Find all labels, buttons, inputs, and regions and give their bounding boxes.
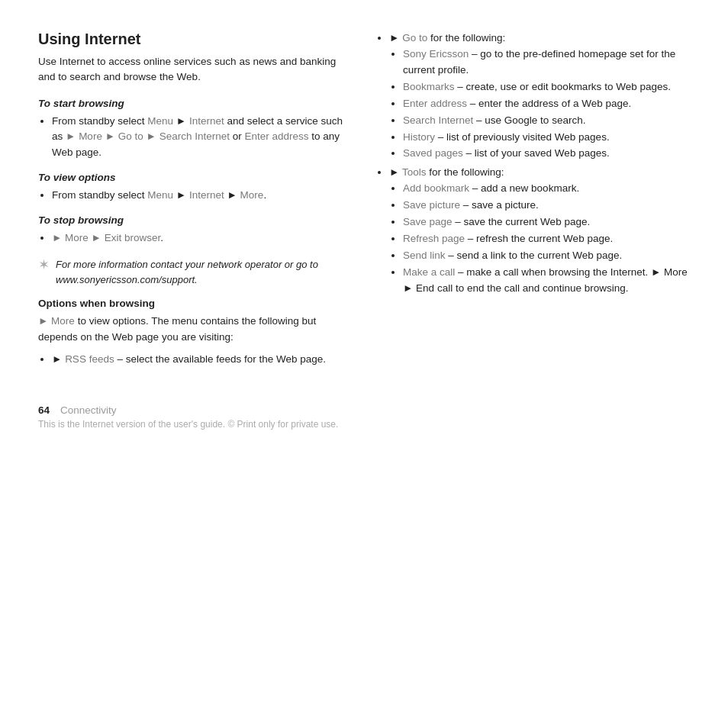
link-save-picture: Save picture [403, 199, 460, 211]
list-item: From standby select Menu ► Internet ► Mo… [52, 188, 353, 204]
list-item-tools: ► Tools for the following: Add bookmark … [389, 165, 690, 296]
link-sony: Sony Ericsson [403, 48, 469, 60]
text-refresh: – refresh the current Web page. [465, 233, 613, 244]
arrow3: ► [224, 189, 240, 201]
link-goto: ► Go to ► [102, 130, 159, 142]
inner-item-send-link: Send link – send a link to the current W… [403, 248, 690, 264]
link-send-link: Send link [403, 250, 446, 261]
intro-text: Use Internet to access online services s… [38, 54, 353, 85]
footer-disclaimer: This is the Internet version of the user… [38, 419, 690, 430]
link-more3: ► More [38, 315, 75, 327]
text-bookmarks: – create, use or edit bookmarks to Web p… [455, 81, 671, 92]
text-normal: From standby select [52, 189, 147, 201]
inner-item-save-picture: Save picture – save a picture. [403, 198, 690, 214]
link-menu2: Menu [147, 189, 173, 201]
footer-section: Connectivity [60, 404, 117, 416]
stop-browsing-list: ► More ► Exit browser. [52, 230, 353, 246]
footer-row: 64 Connectivity [38, 404, 690, 416]
link-saved: Saved pages [403, 147, 463, 159]
link-more-exit: ► More ► [52, 232, 105, 243]
link-goto-right: Go to [402, 32, 427, 43]
inner-item-make-call: Make a call – make a call when browsing … [403, 265, 690, 297]
text-send-link: – send a link to the current Web page. [446, 250, 623, 261]
text-saved: – list of your saved Web pages. [463, 147, 610, 159]
page-layout: Using Internet Use Internet to access on… [38, 31, 690, 374]
start-browsing-list: From standby select Menu ► Internet and … [52, 114, 353, 162]
footer: 64 Connectivity This is the Internet ver… [38, 404, 690, 430]
link-history: History [403, 131, 435, 143]
text-goto: for the following: [427, 32, 505, 43]
link-rss: RSS feeds [65, 353, 114, 365]
text-tools: for the following: [426, 166, 504, 178]
tip-box: ✶ For more information contact your netw… [38, 257, 353, 287]
left-column: Using Internet Use Internet to access on… [38, 31, 353, 374]
options-heading: Options when browsing [38, 298, 353, 309]
link-search-internet: Search Internet [159, 130, 230, 142]
list-item-rss: ► RSS feeds – select the available feeds… [52, 352, 353, 368]
inner-item-bookmarks: Bookmarks – create, use or edit bookmark… [403, 79, 690, 95]
inner-item-add-bookmark: Add bookmark – add a new bookmark. [403, 181, 690, 197]
arrow-tools: ► [389, 166, 402, 178]
page-container: Using Internet Use Internet to access on… [38, 31, 690, 430]
view-options-list: From standby select Menu ► Internet ► Mo… [52, 188, 353, 204]
link-tools: Tools [402, 166, 427, 178]
text-add-bookmark: – add a new bookmark. [469, 182, 579, 194]
text-rss: – select the available feeds for the Web… [114, 353, 326, 365]
text-search: – use Google to search. [473, 114, 585, 126]
link-enter-address2: Enter address [403, 98, 467, 109]
link-search2: Search Internet [403, 114, 473, 126]
tools-inner-list: Add bookmark – add a new bookmark. Save … [403, 181, 690, 296]
arrow-goto: ► [389, 32, 402, 43]
list-item: From standby select Menu ► Internet and … [52, 114, 353, 162]
arrow: ► [173, 115, 189, 127]
text-period: . [263, 189, 266, 201]
link-internet: Internet [189, 115, 224, 127]
list-item-goto: ► Go to for the following: Sony Ericsson… [389, 31, 690, 162]
arrow2: ► [173, 189, 189, 201]
link-internet2: Internet [189, 189, 224, 201]
inner-item-enter-address: Enter address – enter the address of a W… [403, 96, 690, 112]
link-save-page: Save page [403, 216, 453, 227]
link-exit-browser: Exit browser [105, 232, 161, 243]
section-heading-view-options: To view options [38, 172, 353, 183]
options-intro-text: to view options. The menu contains the f… [38, 315, 316, 343]
footer-page-number: 64 [38, 404, 50, 416]
text-period2: . [160, 232, 163, 243]
text-enter-address: – enter the address of a Web page. [467, 98, 631, 109]
page-title: Using Internet [38, 31, 353, 48]
link-bookmarks: Bookmarks [403, 81, 455, 92]
text-save-page: – save the current Web page. [453, 216, 591, 227]
text-history: – list of previously visited Web pages. [435, 131, 610, 143]
text-normal: From standby select [52, 115, 147, 127]
text-save-picture: – save a picture. [460, 199, 539, 211]
link-refresh: Refresh page [403, 233, 465, 244]
section-heading-stop-browsing: To stop browsing [38, 214, 353, 226]
link-make-call: Make a call [403, 266, 455, 278]
goto-inner-list: Sony Ericsson – go to the pre-defined ho… [403, 47, 690, 162]
text-or: or [230, 130, 245, 142]
link-enter-address: Enter address [244, 130, 308, 142]
arrow-rss: ► [52, 353, 65, 365]
tip-icon: ✶ [38, 257, 50, 274]
options-intro: ► More to view options. The menu contain… [38, 314, 353, 346]
inner-item-refresh: Refresh page – refresh the current Web p… [403, 231, 690, 247]
list-item: ► More ► Exit browser. [52, 230, 353, 246]
inner-item-sony: Sony Ericsson – go to the pre-defined ho… [403, 47, 690, 79]
tip-text: For more information contact your networ… [56, 257, 353, 287]
inner-item-save-page: Save page – save the current Web page. [403, 214, 690, 230]
link-add-bookmark: Add bookmark [403, 182, 469, 194]
link-menu: Menu [147, 115, 173, 127]
link-more2: More [240, 189, 264, 201]
inner-item-search-internet: Search Internet – use Google to search. [403, 113, 690, 129]
inner-item-history: History – list of previously visited Web… [403, 130, 690, 146]
inner-item-saved: Saved pages – list of your saved Web pag… [403, 146, 690, 162]
options-list: ► RSS feeds – select the available feeds… [52, 352, 353, 368]
right-outer-list: ► Go to for the following: Sony Ericsson… [389, 31, 690, 297]
link-more: ► More [66, 130, 102, 142]
section-heading-start-browsing: To start browsing [38, 98, 353, 109]
right-column: ► Go to for the following: Sony Ericsson… [375, 31, 690, 374]
